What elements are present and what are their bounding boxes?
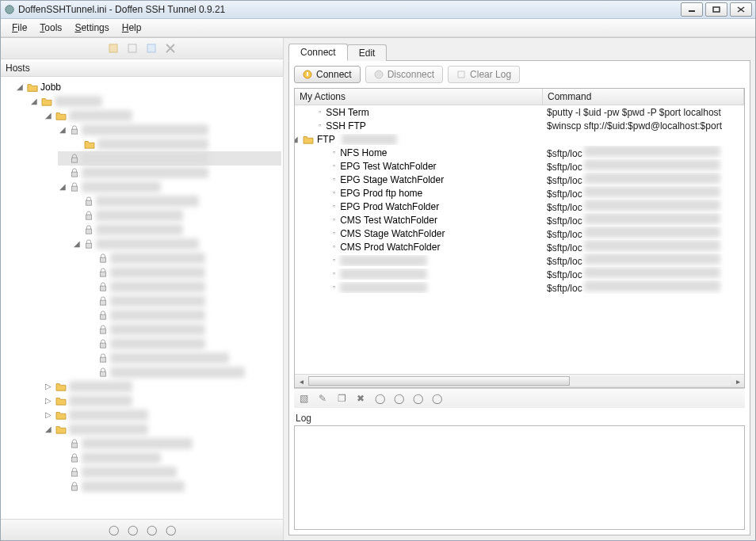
table-row[interactable]: ▫CMS Stage WatchFolder $sftp/loc: [295, 227, 744, 240]
tree-node[interactable]: [86, 251, 281, 265]
menu-tools[interactable]: Tools: [33, 21, 68, 35]
table-row[interactable]: ▫EPG Prod WatchFolder $sftp/loc: [295, 200, 744, 213]
tree-node[interactable]: [86, 337, 281, 351]
svg-rect-19: [101, 272, 106, 276]
tree-node[interactable]: [86, 351, 281, 365]
clear-log-button[interactable]: Clear Log: [448, 66, 520, 83]
column-header-action[interactable]: My Actions: [295, 89, 543, 105]
expander-icon[interactable]: ◢: [58, 182, 67, 192]
minimize-button[interactable]: [681, 2, 703, 17]
tree-node[interactable]: [58, 151, 281, 166]
expander-icon[interactable]: ◢: [295, 135, 300, 144]
table-row[interactable]: ▫ $sftp/loc: [295, 267, 744, 280]
table-row[interactable]: ▫CMS Test WatchFolder $sftp/loc: [295, 213, 744, 227]
tree-node[interactable]: ◢: [72, 237, 281, 251]
tab-connect[interactable]: Connect: [288, 44, 348, 61]
action-copy-icon[interactable]: ❐: [335, 392, 348, 405]
action-nav-2-icon[interactable]: ◯: [392, 392, 405, 405]
expander-icon[interactable]: ◢: [15, 82, 25, 92]
tree-node[interactable]: [58, 436, 281, 451]
action-command: $winscp sftp://$uid:$pwd@localhost:$port: [542, 120, 744, 131]
action-delete-icon[interactable]: ✖: [354, 392, 367, 405]
maximize-button[interactable]: [705, 2, 727, 17]
scroll-track[interactable]: [308, 376, 731, 386]
tree-node[interactable]: ◢: [58, 123, 281, 137]
expander-icon[interactable]: ▷: [44, 382, 53, 391]
tab-edit[interactable]: Edit: [347, 44, 388, 61]
menu-help[interactable]: Help: [116, 21, 148, 35]
actions-table-body[interactable]: ▫SSH Term $putty -l $uid -pw $pwd -P $po…: [295, 105, 744, 374]
tree-node[interactable]: ◢: [44, 109, 281, 123]
scroll-thumb[interactable]: [308, 376, 570, 386]
toolbar-icon-3[interactable]: [145, 42, 158, 55]
expander-icon[interactable]: ▷: [44, 396, 53, 406]
expander-icon[interactable]: ◢: [44, 111, 53, 120]
action-nav-4-icon[interactable]: ◯: [430, 392, 443, 405]
table-row[interactable]: ▫ $sftp/loc: [295, 253, 744, 267]
tree-node[interactable]: [72, 194, 281, 208]
svg-rect-5: [109, 44, 117, 52]
action-nav-1-icon[interactable]: ◯: [373, 392, 386, 405]
tree-node[interactable]: [58, 465, 281, 479]
scroll-right-arrow[interactable]: ▸: [731, 377, 744, 386]
arrow-right-icon[interactable]: ◯: [164, 524, 177, 536]
svg-rect-10: [72, 129, 78, 134]
actions-toolbar: ▧ ✎ ❐ ✖ ◯ ◯ ◯ ◯: [294, 388, 745, 408]
tree-node[interactable]: [86, 308, 281, 322]
tree-node[interactable]: ◢: [44, 422, 281, 436]
table-row[interactable]: ▫SSH Term $putty -l $uid -pw $pwd -P $po…: [295, 105, 744, 119]
tree-node-root[interactable]: ◢ Jobb: [15, 80, 281, 94]
menu-file[interactable]: File: [6, 21, 33, 35]
tree-node[interactable]: [86, 294, 281, 308]
tree-node[interactable]: ▷: [44, 408, 281, 422]
table-row[interactable]: ▫EPG Stage WatchFolder $sftp/loc: [295, 173, 744, 186]
action-edit-icon[interactable]: ✎: [316, 392, 329, 405]
action-command: $sftp/loc: [542, 227, 744, 240]
expander-icon[interactable]: ◢: [72, 239, 82, 249]
tree-node[interactable]: ◢: [58, 180, 281, 194]
tree-node[interactable]: ◢: [29, 94, 281, 109]
tree-node[interactable]: [58, 166, 281, 180]
tree-node[interactable]: [86, 265, 281, 280]
app-icon: [4, 4, 15, 15]
toolbar-icon-1[interactable]: [107, 42, 120, 55]
action-new-icon[interactable]: ▧: [297, 392, 310, 405]
toolbar-icon-2[interactable]: [126, 42, 139, 55]
hosts-tree[interactable]: ◢ Jobb ◢ ◢ ◢: [1, 77, 283, 497]
column-header-command[interactable]: Command: [543, 89, 744, 105]
table-row[interactable]: ▫CMS Prod WatchFolder $sftp/loc: [295, 240, 744, 253]
log-textarea[interactable]: [294, 425, 745, 530]
disconnect-button[interactable]: Disconnect: [365, 66, 443, 83]
expander-icon[interactable]: ◢: [29, 97, 39, 106]
tree-node[interactable]: [86, 365, 281, 379]
table-row[interactable]: ▫NFS Home $sftp/loc: [295, 146, 744, 159]
tree-node[interactable]: [72, 137, 281, 151]
menu-settings[interactable]: Settings: [68, 21, 115, 35]
tree-node[interactable]: ▷: [44, 394, 281, 408]
table-row[interactable]: ◢FTP: [295, 132, 744, 146]
connect-button[interactable]: Connect: [294, 66, 361, 83]
arrow-left-icon[interactable]: ◯: [107, 524, 120, 536]
hosts-tree-scroll[interactable]: ◢ Jobb ◢ ◢ ◢: [1, 77, 283, 519]
tree-node[interactable]: [72, 208, 281, 223]
tree-node[interactable]: [86, 280, 281, 294]
arrow-up-icon[interactable]: ◯: [126, 524, 139, 536]
expander-icon[interactable]: ◢: [44, 425, 53, 434]
table-row[interactable]: ▫SSH FTP $winscp sftp://$uid:$pwd@localh…: [295, 119, 744, 132]
horizontal-scrollbar[interactable]: ◂ ▸: [295, 374, 744, 387]
arrow-down-icon[interactable]: ◯: [145, 524, 158, 536]
delete-icon[interactable]: [164, 42, 177, 55]
close-button[interactable]: [730, 2, 752, 17]
tree-node[interactable]: [72, 223, 281, 237]
action-nav-3-icon[interactable]: ◯: [411, 392, 424, 405]
table-row[interactable]: ▫EPG Prod ftp home $sftp/loc: [295, 186, 744, 200]
table-row[interactable]: ▫ $sftp/loc: [295, 280, 744, 294]
expander-icon[interactable]: ◢: [58, 125, 67, 135]
table-row[interactable]: ▫EPG Test WatchFolder $sftp/loc: [295, 159, 744, 173]
tree-node[interactable]: ▷: [44, 379, 281, 394]
expander-icon[interactable]: ▷: [44, 410, 53, 420]
tree-node[interactable]: [58, 479, 281, 493]
tree-node[interactable]: [86, 322, 281, 337]
tree-node[interactable]: [58, 451, 281, 465]
scroll-left-arrow[interactable]: ◂: [295, 377, 307, 386]
